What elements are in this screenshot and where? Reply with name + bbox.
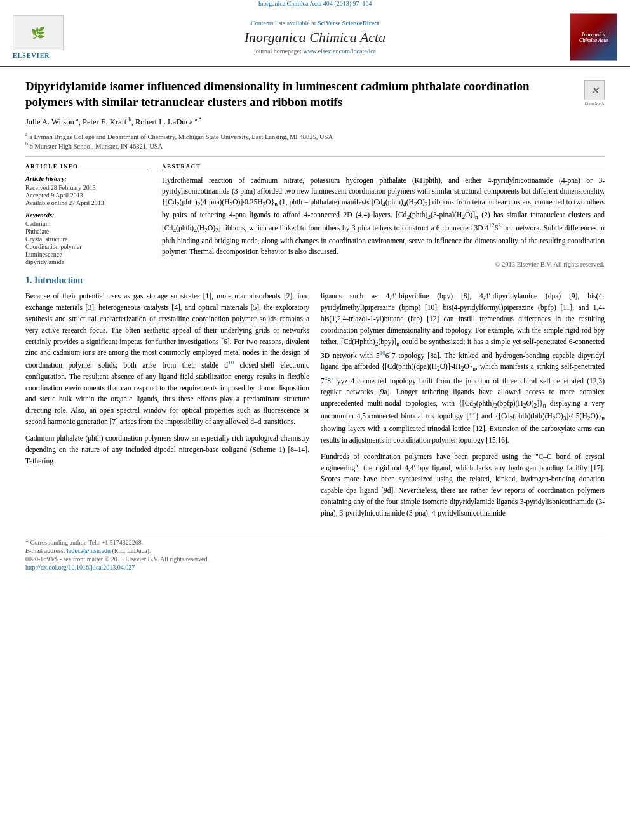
accepted-date: Accepted 9 April 2013 [25,192,149,199]
ica-logo: Inorganica Chimica Acta [570,13,617,61]
intro-col-left: Because of their potential uses as gas s… [25,291,309,524]
abstract-label: ABSTRACT [162,163,605,171]
keywords-title: Keywords: [25,211,149,218]
journal-ref-top: Inorganica Chimica Acta 404 (2013) 97–10… [0,0,630,7]
keyword-luminescence: Luminescence [25,251,149,258]
elsevier-image: 🌿 [13,15,64,50]
intro-section: 1. Introduction Because of their potenti… [25,276,605,524]
footer-notes: * Corresponding author. Tel.: +1 5174322… [25,535,605,571]
affiliation-a: a a Lyman Briggs College and Department … [25,131,605,140]
article-info-abstract: ARTICLE INFO Article history: Received 2… [25,163,605,269]
article-info-label: ARTICLE INFO [25,163,149,171]
paper-body: Dipyridylamide isomer influenced dimensi… [0,67,630,583]
crossmark: ✕ CrossMark [584,80,605,100]
homepage-url[interactable]: www.elsevier.com/locate/ica [303,48,376,55]
journal-header-center: Contents lists available at SciVerse Sci… [70,20,560,55]
keyword-cadmium: Cadmium [25,220,149,227]
divider [25,156,605,157]
keyword-phthalate: Phthalate [25,228,149,235]
intro-heading: 1. Introduction [25,276,605,286]
keyword-dipyridylamide: dipyridylamide [25,258,149,265]
article-info-col: ARTICLE INFO Article history: Received 2… [25,163,149,269]
ica-logo-area: Inorganica Chimica Acta [560,13,617,61]
journal-header: 🌿 ELSEVIER Contents lists available at S… [0,8,630,67]
elsevier-logo-area: 🌿 ELSEVIER [13,15,70,59]
authors: Julie A. Wilson a, Peter E. Kraft b, Rob… [25,116,605,127]
journal-homepage: journal homepage: www.elsevier.com/locat… [70,48,560,55]
journal-title: Inorganica Chimica Acta [70,29,560,46]
email-line: E-mail address: laduca@msu.edu (R.L. LaD… [25,547,605,554]
corresponding-note: * Corresponding author. Tel.: +1 5174322… [25,539,605,546]
sciverse-link[interactable]: SciVerse ScienceDirect [318,20,379,27]
affiliation-b: b b Munster High School, Munster, IN 463… [25,141,605,150]
intro-p3: ligands such as 4,4′-bipyridine (bpy) [8… [321,291,605,446]
abstract-col: ABSTRACT Hydrothermal reaction of cadmiu… [162,163,605,269]
abstract-text: Hydrothermal reaction of cadmium nitrate… [162,175,605,258]
intro-col-right: ligands such as 4,4′-bipyridine (bpy) [8… [321,291,605,524]
intro-text-cols: Because of their potential uses as gas s… [25,291,605,524]
issn-line: 0020-1693/$ - see front matter © 2013 El… [25,556,605,563]
intro-p1: Because of their potential uses as gas s… [25,291,309,428]
email-address[interactable]: laduca@msu.edu [67,547,111,554]
received-date: Received 28 February 2013 [25,184,149,191]
intro-p4: Hundreds of coordination polymers have b… [321,451,605,519]
sciverse-line: Contents lists available at SciVerse Sci… [70,20,560,27]
doi-line: http://dx.doi.org/10.1016/j.ica.2013.04.… [25,564,605,571]
crossmark-box: ✕ [584,80,605,100]
history-title: Article history: [25,175,149,182]
keyword-coordination: Coordination polymer [25,243,149,250]
copyright: © 2013 Elsevier B.V. All rights reserved… [162,261,605,268]
paper-title: Dipyridylamide isomer influenced dimensi… [25,79,578,110]
keyword-crystal: Crystal structure [25,236,149,243]
elsevier-text: ELSEVIER [13,52,50,59]
available-date: Available online 27 April 2013 [25,199,149,206]
intro-p2: Cadmium phthalate (phth) coordination po… [25,433,309,467]
